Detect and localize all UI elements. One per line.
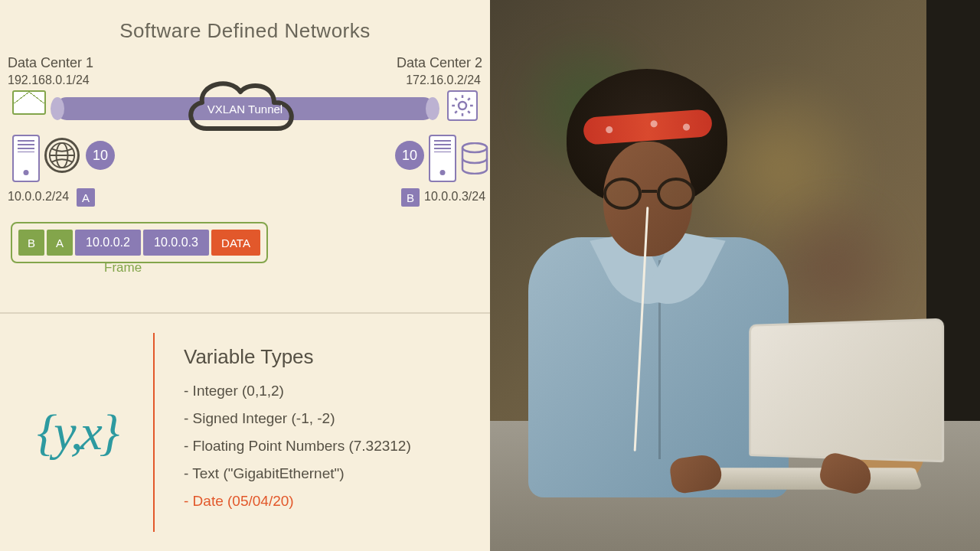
svg-point-12 [462, 143, 487, 152]
server2-icon [429, 135, 456, 182]
var-item-float: - Floating Point Numbers (7.32312) [184, 438, 411, 455]
network-diagram: Software Defined Networks Data Center 1 … [0, 0, 490, 314]
svg-line-8 [468, 98, 470, 100]
dc1-host-ip: 10.0.0.2/24 [8, 190, 69, 204]
left-panel: Software Defined Networks Data Center 1 … [0, 0, 490, 551]
frame-box: B A 10.0.0.2 10.0.0.3 DATA [11, 222, 268, 263]
mail-icon [12, 90, 46, 115]
frame-cell-dst-mac: B [18, 230, 44, 256]
variable-types-panel: {y,x} Variable Types - Integer (0,1,2) -… [0, 314, 490, 551]
frame-cell-dst-ip: 10.0.0.3 [143, 230, 209, 256]
variable-list: - Integer (0,1,2) - Signed Integer (-1, … [184, 383, 411, 510]
dc2-gateway-ip: 172.16.0.2/24 [406, 73, 481, 87]
server1-icon [12, 135, 40, 182]
braces-symbol: {y,x} [0, 403, 153, 461]
diagram-title: Software Defined Networks [0, 19, 490, 43]
dc2-label: Data Center 2 [397, 55, 482, 71]
cafe-photo-placeholder [490, 0, 980, 551]
frame-cell-src-mac: A [47, 230, 73, 256]
var-item-integer: - Integer (0,1,2) [184, 383, 411, 399]
dc1-label: Data Center 1 [8, 55, 93, 71]
var-item-signed: - Signed Integer (-1, -2) [184, 410, 411, 427]
var-item-text: - Text ("GigabitEthernet") [184, 465, 411, 482]
frame-label: Frame [104, 260, 142, 276]
svg-line-7 [455, 111, 457, 113]
dc2-host-ip: 10.0.0.3/24 [424, 190, 485, 204]
mac-b-box: B [401, 188, 420, 207]
frame-cell-src-ip: 10.0.0.2 [75, 230, 141, 256]
glasses-icon [603, 178, 695, 210]
frame-cell-data: DATA [211, 230, 260, 256]
vni-badge-1: 10 [86, 141, 115, 170]
variable-title: Variable Types [184, 345, 411, 369]
tunnel-label: VXLAN Tunnel [207, 103, 283, 116]
dc1-gateway-ip: 192.168.0.1/24 [8, 73, 90, 87]
vni-badge-2: 10 [395, 141, 424, 170]
variable-content: Variable Types - Integer (0,1,2) - Signe… [155, 345, 411, 520]
mac-a-box: A [77, 188, 95, 207]
database-icon [459, 142, 490, 174]
sun-icon [447, 90, 478, 121]
svg-line-5 [455, 98, 457, 100]
svg-line-6 [468, 111, 470, 113]
globe-icon [44, 138, 80, 173]
svg-point-0 [459, 102, 466, 109]
photo-panel [490, 0, 980, 551]
var-item-date: - Date (05/04/20) [184, 493, 411, 510]
